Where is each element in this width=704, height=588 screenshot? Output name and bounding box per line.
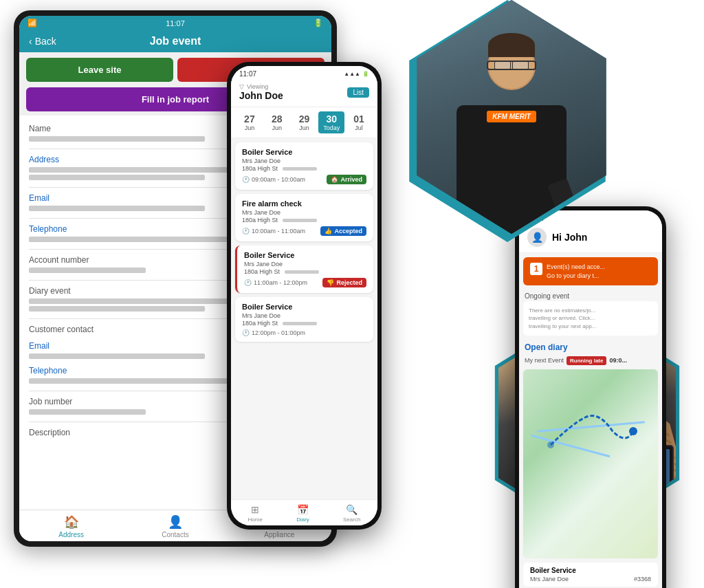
service-info: Boiler Service Mrs Jane Doe #3368 [523,563,658,587]
date-today[interactable]: 30 Today [318,111,344,133]
phone-tab-diary[interactable]: 📅 Diary [296,504,309,523]
signal-icon: ▲▲▲ [344,71,360,77]
phone-tab-home[interactable]: ⊞ Home [248,504,263,523]
phone-middle-bottom-nav: ⊞ Home 📅 Diary 🔍 Search [231,499,377,525]
phone-right-device: 11:07 👤 Hi John 1 Event(s) need acce...G… [515,206,666,588]
event-footer-2: 🕐 10:00am - 11:00am 👍 Accepted [242,226,366,236]
event-time-4: 🕐 12:00pm - 01:00pm [242,329,305,336]
status-rejected: 👎 Rejected [322,278,366,287]
search-tab-icon: 🔍 [346,504,358,515]
ongoing-text: There are no estimates/jo... travelling … [529,307,652,330]
tab-contacts-label: Contacts [162,531,188,538]
date-fri[interactable]: 01 Jul [346,111,372,133]
battery-icon: 🔋 [314,19,323,28]
phone-middle-device: 11:07 ▲▲▲ 🔋 ▽ Viewing John Doe List [227,62,382,530]
svg-point-0 [629,427,637,435]
header-row: ▽ Viewing John Doe List [239,83,369,101]
event-card-3[interactable]: Boiler Service Mrs Jane Doe 180a High St… [235,246,373,293]
event-card-1[interactable]: Boiler Service Mrs Jane Doe 180a High St… [235,142,373,190]
service-customer: Mrs Jane Doe [530,576,569,582]
event-card-4[interactable]: Boiler Service Mrs Jane Doe 180a High St… [235,297,373,342]
clock-icon: 🕐 [242,176,250,183]
viewing-name: John Doe [239,90,283,101]
phone-middle-header: ▽ Viewing John Doe List [231,79,377,107]
event-footer-4: 🕐 12:00pm - 01:00pm [242,329,366,336]
event-customer-4: Mrs Jane Doe [242,312,366,319]
home-tab-icon: ⊞ [251,504,259,515]
event-customer-1: Mrs Jane Doe [242,157,366,164]
event-footer-3: 🕐 11:00am - 12:00pm 👎 Rejected [244,278,366,287]
tab-contacts[interactable]: 👤 Contacts [123,514,227,538]
tab-appliance-label: Appliance [264,531,294,538]
event-time-3: 🕐 11:00am - 12:00pm [244,279,307,286]
list-button[interactable]: List [347,87,369,98]
running-late-badge: Running late [566,356,606,365]
field-name-value [29,136,205,142]
home-icon: 🏠 [64,514,79,530]
back-button[interactable]: ‹ Back [29,36,56,47]
event-title-2: Fire alarm check [242,199,366,208]
svg-point-1 [547,442,554,448]
event-time-1: 🕐 09:00am - 10:00am [242,176,305,183]
thumbsdown-icon: 👎 [327,279,334,286]
home-status-icon: 🏠 [331,176,338,183]
nav-title: Job event [150,35,201,47]
event-title-1: Boiler Service [242,148,366,156]
event-footer-1: 🕐 09:00am - 10:00am 🏠 Arrived [242,175,366,184]
date-tue[interactable]: 28 Jun [264,111,290,133]
diary-tab-icon: 📅 [297,504,309,515]
alert-count: 1 [530,263,542,275]
date-strip: 27 Jun 28 Jun 29 Jun 30 Today 01 Jul [231,107,377,138]
phone-right-screen: 11:07 👤 Hi John 1 Event(s) need acce...G… [519,210,662,588]
service-number: #3368 [634,576,651,582]
phone-middle-screen: 11:07 ▲▲▲ 🔋 ▽ Viewing John Doe List [231,66,377,525]
status-accepted: 👍 Accepted [320,226,366,236]
clock-icon-4: 🕐 [242,329,250,336]
ongoing-section-title: Ongoing event [519,290,662,301]
phone-middle-time: 11:07 [239,70,256,78]
viewing-label: ▽ Viewing [239,83,283,90]
alert-text: Event(s) need acce...Go to your diary t.… [547,263,605,280]
person-icon: 👤 [168,514,183,530]
chevron-left-icon: ‹ [29,36,32,47]
next-event-time: 09:0... [609,357,627,364]
tablet-nav-bar: ‹ Back Job event [19,30,331,52]
viewing-section: ▽ Viewing John Doe [239,83,283,101]
wifi-icon: 📶 [28,19,37,28]
phone-middle-status: 11:07 ▲▲▲ 🔋 [231,66,377,79]
event-card-2[interactable]: Fire alarm check Mrs Jane Doe 180a High … [235,194,373,241]
event-alert-banner[interactable]: 1 Event(s) need acce...Go to your diary … [523,257,658,285]
tab-address-label: Address [58,531,84,538]
service-meta: Mrs Jane Doe #3368 [530,576,651,582]
back-label: Back [35,36,56,47]
event-title-4: Boiler Service [242,303,366,311]
map-view[interactable] [523,369,658,558]
tablet-status-bar: 📶 11:07 🔋 [19,16,331,30]
thumbsup-icon: 👍 [324,228,332,235]
map-route-svg [523,369,658,558]
date-mon[interactable]: 27 Jun [236,111,263,133]
event-time-2: 🕐 10:00am - 11:00am [242,228,305,235]
event-address-3: 180a High St [244,268,366,275]
tablet-time: 11:07 [166,19,185,28]
event-address-4: 180a High St [242,320,366,327]
leave-site-button[interactable]: Leave site [26,58,173,82]
event-title-3: Boiler Service [244,251,366,259]
status-arrived: 🏠 Arrived [327,175,366,184]
clock-icon-2: 🕐 [242,228,250,235]
hex-image-top: KFM MERIT [402,0,622,234]
events-list: Boiler Service Mrs Jane Doe 180a High St… [231,138,377,499]
service-name: Boiler Service [530,567,651,574]
tab-address[interactable]: 🏠 Address [19,514,123,538]
date-wed[interactable]: 29 Jun [292,111,318,133]
phone-tab-search[interactable]: 🔍 Search [343,504,360,523]
next-event-row: My next Event Running late 09:0... [519,355,662,369]
event-address-2: 180a High St [242,217,366,224]
event-customer-3: Mrs Jane Doe [244,261,366,268]
next-event-label: My next Event [525,357,564,364]
battery-icon: 🔋 [362,71,369,77]
ongoing-event-box: There are no estimates/jo... travelling … [523,301,658,336]
location-icon: ▽ [239,83,244,90]
event-address-1: 180a High St [242,165,366,172]
open-diary-link[interactable]: Open diary [519,340,662,355]
